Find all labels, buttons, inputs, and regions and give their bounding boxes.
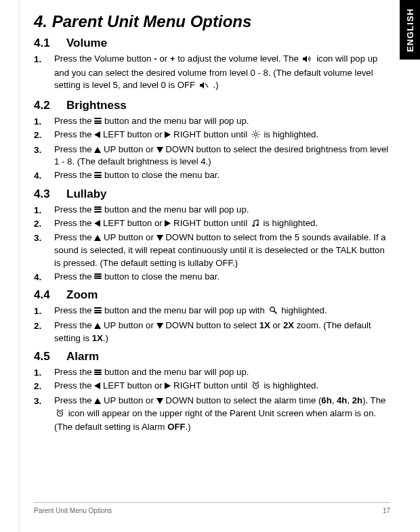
zoom-icon bbox=[269, 306, 278, 319]
up-arrow-icon bbox=[94, 398, 101, 404]
section-4-1-steps: Press the Volume button - or + to adjust… bbox=[34, 53, 390, 93]
list-item: Press the LEFT button or RIGHT button un… bbox=[34, 217, 390, 231]
speaker-icon bbox=[302, 54, 312, 67]
section-4-3-steps: Press the button and the menu bar will p… bbox=[34, 204, 390, 283]
list-item: Press the LEFT button or RIGHT button un… bbox=[34, 380, 390, 394]
svg-point-12 bbox=[270, 307, 274, 312]
menu-icon bbox=[94, 206, 102, 213]
menu-icon bbox=[94, 117, 102, 125]
svg-line-22 bbox=[57, 409, 58, 411]
svg-line-13 bbox=[274, 311, 276, 314]
list-item: Press the button and the menu bar will p… bbox=[34, 115, 390, 128]
brightness-icon bbox=[251, 130, 260, 143]
page-footer: Parent Unit Menu Options 17 bbox=[34, 502, 390, 514]
list-item: Press the UP button or DOWN button to se… bbox=[34, 143, 390, 169]
list-item: Press the button to close the menu bar. bbox=[34, 169, 390, 182]
page-title: 4. Parent Unit Menu Options bbox=[34, 12, 390, 31]
menu-icon bbox=[94, 368, 102, 376]
list-item: Press the UP button or DOWN button to se… bbox=[34, 395, 390, 434]
page-content: 4. Parent Unit Menu Options 4.1Volume Pr… bbox=[0, 0, 420, 434]
svg-line-9 bbox=[253, 136, 253, 137]
svg-line-23 bbox=[62, 409, 63, 411]
menu-icon bbox=[94, 307, 102, 314]
list-item: Press the button to close the menu bar. bbox=[34, 271, 390, 284]
svg-point-10 bbox=[252, 225, 254, 227]
svg-point-1 bbox=[254, 133, 257, 135]
menu-icon bbox=[94, 171, 102, 179]
list-item: Press the UP button or DOWN button to se… bbox=[34, 319, 390, 345]
speaker-mute-icon bbox=[199, 81, 209, 93]
svg-line-8 bbox=[257, 131, 258, 132]
list-item: Press the Volume button - or + to adjust… bbox=[34, 53, 390, 93]
menu-icon bbox=[94, 272, 102, 280]
list-item: Press the LEFT button or RIGHT button un… bbox=[34, 129, 390, 143]
svg-line-7 bbox=[257, 136, 258, 137]
list-item: Press the UP button or DOWN button to se… bbox=[34, 231, 390, 269]
footer-title: Parent Unit Menu Options bbox=[34, 507, 112, 514]
up-arrow-icon bbox=[94, 235, 101, 241]
down-arrow-icon bbox=[156, 147, 163, 153]
alarm-clock-icon bbox=[251, 381, 260, 394]
down-arrow-icon bbox=[156, 323, 163, 329]
section-4-4-heading: 4.4Zoom bbox=[34, 288, 390, 302]
list-item: Press the button and the menu bar will p… bbox=[34, 305, 390, 319]
svg-line-17 bbox=[253, 382, 254, 383]
section-4-5-heading: 4.5Alarm bbox=[34, 350, 390, 363]
section-4-1-heading: 4.1Volume bbox=[34, 37, 390, 50]
music-note-icon bbox=[251, 219, 259, 231]
alarm-clock-icon bbox=[56, 409, 64, 422]
up-arrow-icon bbox=[94, 323, 101, 329]
svg-line-18 bbox=[257, 382, 259, 383]
svg-point-11 bbox=[256, 224, 258, 226]
section-4-2-heading: 4.2Brightness bbox=[34, 99, 390, 112]
svg-line-6 bbox=[253, 131, 253, 132]
section-4-2-steps: Press the button and the menu bar will p… bbox=[34, 115, 390, 182]
list-item: Press the button and the menu bar will p… bbox=[34, 366, 390, 379]
section-4-3-heading: 4.3Lullaby bbox=[34, 187, 390, 201]
down-arrow-icon bbox=[156, 235, 163, 241]
down-arrow-icon bbox=[156, 398, 163, 404]
list-item: Press the button and the menu bar will p… bbox=[34, 204, 390, 217]
section-4-5-steps: Press the button and the menu bar will p… bbox=[34, 366, 390, 434]
section-4-4-steps: Press the button and the menu bar will p… bbox=[34, 305, 390, 345]
up-arrow-icon bbox=[94, 147, 101, 153]
svg-line-0 bbox=[205, 83, 208, 87]
page-number: 17 bbox=[383, 507, 390, 514]
